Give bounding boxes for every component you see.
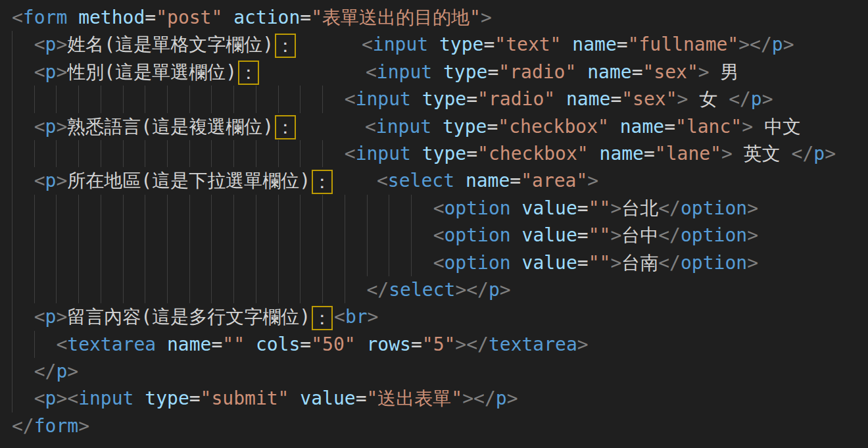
code-line-9[interactable]: <option value="">台中</option>	[0, 222, 868, 249]
indent-guide	[167, 276, 189, 303]
code-line-14[interactable]: </p>	[0, 358, 868, 385]
code-continuation: <input type="radio" name="sex"> 男	[366, 59, 739, 86]
code-line-10[interactable]: <option value="">台南</option>	[0, 249, 868, 276]
indent-guide	[233, 249, 256, 276]
indent-guide	[145, 140, 167, 167]
indent-guide	[367, 195, 389, 222]
code-token: br	[345, 306, 368, 328]
code-line-12[interactable]: <p>留言內容(這是多行文字欄位)：<br>	[0, 303, 868, 330]
code-token: rows	[366, 334, 410, 355]
code-token: =	[466, 143, 477, 164]
code-token	[561, 34, 572, 55]
code-token	[428, 34, 439, 55]
code-token: <	[67, 387, 78, 409]
ambiguous-unicode-highlight: ：	[275, 115, 296, 139]
code-token: >	[507, 387, 518, 409]
code-token: p	[45, 387, 57, 409]
code-line-15[interactable]: <p><input type="submit" value="送出表單"></p…	[0, 385, 868, 412]
code-token: >	[738, 34, 750, 55]
code-token: name	[572, 34, 616, 55]
code-line-5[interactable]: <p>熟悉語言(這是複選欄位)：<input type="checkbox" n…	[0, 113, 868, 140]
indent-guide	[189, 276, 212, 303]
indent-guide	[189, 195, 212, 222]
code-token: form	[34, 415, 78, 437]
code-token: ""	[589, 197, 611, 219]
code-line-16[interactable]: </form>	[0, 412, 868, 439]
indent-guide	[34, 222, 57, 249]
code-token: name	[167, 334, 211, 355]
code-token: >	[610, 252, 621, 274]
code-token: =	[189, 387, 201, 409]
indent-guide	[12, 31, 34, 58]
code-token: input	[78, 387, 133, 409]
indent-guide	[189, 222, 212, 249]
code-token: 姓名(這是單格文字欄位)	[67, 34, 274, 55]
indent-guide	[101, 86, 123, 112]
code-token: "radio"	[498, 61, 576, 83]
code-token: <	[34, 306, 45, 328]
code-token	[555, 88, 566, 110]
code-token: =	[483, 34, 494, 55]
code-token: =	[356, 387, 367, 409]
code-line-7[interactable]: <p>所在地區(這是下拉選單欄位)：<select name="area">	[0, 167, 868, 194]
code-token: <	[366, 61, 377, 83]
code-line-4[interactable]: <input type="radio" name="sex"> 女 </p>	[0, 86, 868, 112]
code-line-8[interactable]: <option value="">台北</option>	[0, 195, 868, 222]
code-token: >	[56, 34, 67, 55]
code-line-6[interactable]: <input type="checkbox" name="lane"> 英文 <…	[0, 140, 868, 167]
code-line-1[interactable]: <form method="post" action="表單送出的目的地">	[0, 4, 868, 31]
code-token: input	[356, 143, 411, 164]
ambiguous-unicode-highlight: ：	[238, 61, 259, 85]
indent-guide	[256, 222, 278, 249]
indent-guide	[145, 249, 167, 276]
indent-guide	[101, 249, 123, 276]
code-token: "checkbox"	[498, 116, 609, 137]
code-token: <	[34, 387, 45, 409]
code-token: textarea	[489, 334, 577, 355]
ambiguous-unicode-highlight: ：	[312, 170, 333, 194]
indent-guide	[256, 195, 278, 222]
code-token: </	[466, 279, 489, 301]
code-token: name	[566, 88, 610, 110]
code-token: 女	[688, 88, 729, 110]
indent-guide	[256, 276, 278, 303]
ambiguous-unicode-highlight: ：	[312, 306, 333, 330]
code-token: >	[56, 61, 67, 83]
indent-guide	[389, 195, 411, 222]
code-token: <	[34, 116, 45, 137]
code-token: >	[455, 334, 466, 355]
code-token: "radio"	[477, 88, 555, 110]
code-token: p	[772, 34, 783, 55]
code-token: 所在地區(這是下拉選單欄位)	[67, 170, 310, 191]
indent-guide	[278, 140, 301, 167]
indent-guide	[345, 249, 367, 276]
code-token	[411, 143, 422, 164]
code-token: type	[443, 61, 487, 83]
code-token: 台中	[621, 224, 658, 246]
indent-guide	[12, 331, 34, 358]
code-line-3[interactable]: <p>性別(這是單選欄位)：<input type="radio" name="…	[0, 59, 868, 86]
indent-guide	[211, 140, 233, 167]
code-token: "post"	[156, 7, 222, 28]
code-token: name	[600, 143, 644, 164]
code-token: >	[721, 143, 733, 164]
code-token: >	[67, 361, 78, 382]
code-token: p	[45, 306, 57, 328]
indent-guide	[367, 222, 389, 249]
code-token: "text"	[494, 34, 561, 55]
ambiguous-unicode-highlight: ：	[275, 34, 296, 58]
code-continuation: <input type="text" name="fullname"></p>	[362, 31, 794, 58]
indent-guide	[78, 86, 101, 112]
code-token: >	[455, 279, 466, 301]
indent-guide	[34, 276, 57, 303]
code-token: <	[345, 143, 356, 164]
code-token: >	[610, 224, 621, 246]
code-token: "submit"	[201, 387, 289, 409]
indent-guide	[322, 86, 345, 112]
indent-guide	[345, 195, 367, 222]
indent-guide	[123, 140, 145, 167]
code-line-13[interactable]: <textarea name="" cols="50" rows="5"></t…	[0, 331, 868, 358]
code-line-11[interactable]: </select></p>	[0, 276, 868, 303]
code-token: </	[473, 387, 496, 409]
code-line-2[interactable]: <p>姓名(這是單格文字欄位)：<input type="text" name=…	[0, 31, 868, 58]
